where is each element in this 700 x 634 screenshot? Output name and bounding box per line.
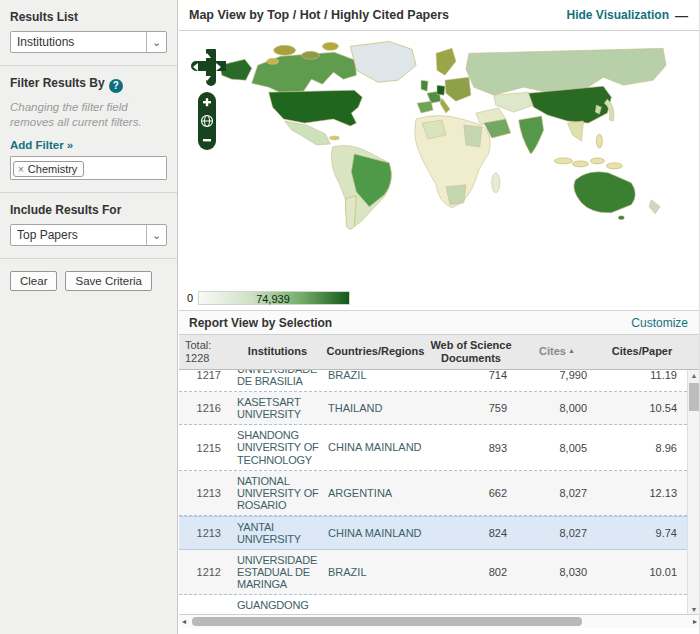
- world-choropleth-map[interactable]: [185, 35, 693, 243]
- column-wos-documents[interactable]: Web of Science Documents: [425, 339, 517, 365]
- rank-cell: 1213: [179, 487, 229, 499]
- country-cell: ARGENTINA: [326, 487, 425, 499]
- save-criteria-button[interactable]: Save Criteria: [65, 271, 151, 291]
- clear-button[interactable]: Clear: [10, 271, 57, 291]
- country-cell: CHINA MAINLAND: [326, 441, 425, 453]
- chevron-down-icon: ⌄: [146, 32, 166, 52]
- include-results-section: Include Results For Top Papers ⌄: [0, 193, 177, 259]
- legend-gradient-bar: 74,939: [198, 291, 350, 305]
- filter-section: Filter Results By? Changing the filter f…: [0, 66, 177, 193]
- scroll-up-icon[interactable]: ▲: [688, 372, 700, 379]
- table-body-viewport: 1217 UNIVERSIDADE DE BRASILIA BRAZIL 714…: [179, 370, 700, 615]
- country-cell: BRAZIL: [326, 566, 425, 578]
- institution-cell[interactable]: NATIONAL UNIVERSITY OF ROSARIO: [229, 473, 326, 513]
- report-view-title: Report View by Selection: [189, 316, 332, 330]
- table-row[interactable]: 1213 YANTAI UNIVERSITY CHINA MAINLAND 82…: [179, 516, 687, 550]
- table-row[interactable]: 1217 UNIVERSIDADE DE BRASILIA BRAZIL 714…: [179, 370, 687, 392]
- docs-cell: 824: [425, 527, 517, 539]
- results-list-select[interactable]: Institutions ⌄: [10, 31, 167, 53]
- table-row[interactable]: 1212 UNIVERSIDADE ESTADUAL DE MARINGA BR…: [179, 550, 687, 595]
- table-row[interactable]: 1213 NATIONAL UNIVERSITY OF ROSARIO ARGE…: [179, 471, 687, 516]
- hide-visualization-link[interactable]: Hide Visualization —: [567, 8, 688, 23]
- cpp-cell: 9.74: [597, 527, 687, 539]
- docs-cell: 893: [425, 442, 517, 454]
- scroll-left-icon[interactable]: ◂: [182, 615, 186, 628]
- institution-cell[interactable]: YANTAI UNIVERSITY: [229, 519, 326, 547]
- rank-cell: 1212: [179, 566, 229, 578]
- legend-max-value: 74,939: [256, 292, 290, 306]
- institution-cell[interactable]: UNIVERSIDADE DE BRASILIA: [229, 370, 326, 389]
- institution-cell[interactable]: GUANGDONG UNIVERSITY OF TECHNOLOGY: [229, 597, 326, 615]
- rank-cell: 1216: [179, 402, 229, 414]
- map-pan-control[interactable]: [188, 49, 226, 87]
- filter-note: Changing the filter field removes all cu…: [10, 100, 167, 131]
- scroll-right-icon[interactable]: ▸: [693, 615, 697, 628]
- esi-map-view-app: Results List Institutions ⌄ Filter Resul…: [0, 0, 700, 634]
- results-list-label: Results List: [10, 10, 167, 24]
- map-view-title: Map View by Top / Hot / Highly Cited Pap…: [189, 8, 449, 22]
- filter-tag-label: Chemistry: [28, 163, 78, 175]
- report-view-bar: Report View by Selection Customize: [179, 310, 700, 335]
- table-column-header: Total: 1228 Institutions Countries/Regio…: [179, 335, 700, 370]
- filter-tag-chemistry[interactable]: × Chemistry: [13, 161, 84, 177]
- rank-cell: 1215: [179, 442, 229, 454]
- cites-cell: 8,027: [517, 487, 597, 499]
- docs-cell: 714: [425, 370, 517, 381]
- results-list-value: Institutions: [11, 35, 146, 49]
- collapse-icon: —: [675, 8, 688, 23]
- table-row[interactable]: 1215 SHANDONG UNIVERSITY OF TECHNOLOGY C…: [179, 425, 687, 470]
- vertical-scroll-thumb[interactable]: [689, 383, 699, 411]
- remove-filter-icon[interactable]: ×: [18, 164, 24, 175]
- filter-box[interactable]: × Chemistry: [10, 156, 167, 181]
- docs-cell: 662: [425, 487, 517, 499]
- help-icon[interactable]: ?: [109, 79, 123, 93]
- chevron-down-icon: ⌄: [146, 225, 166, 245]
- institution-cell[interactable]: SHANDONG UNIVERSITY OF TECHNOLOGY: [229, 427, 326, 467]
- vertical-scrollbar[interactable]: ▲ ▼: [687, 370, 700, 615]
- add-filter-link[interactable]: Add Filter »: [10, 139, 167, 151]
- table-row[interactable]: 1216 KASETSART UNIVERSITY THAILAND 759 8…: [179, 392, 687, 425]
- cites-cell: 7,990: [517, 370, 597, 381]
- column-institutions[interactable]: Institutions: [229, 345, 326, 358]
- cites-cell: 8,000: [517, 402, 597, 414]
- cpp-cell: 8.96: [597, 442, 687, 454]
- sidebar: Results List Institutions ⌄ Filter Resul…: [0, 0, 178, 634]
- total-count: Total: 1228: [179, 339, 229, 365]
- country-cell: BRAZIL: [326, 370, 425, 381]
- country-cell: CHINA MAINLAND: [326, 527, 425, 539]
- results-list-section: Results List Institutions ⌄: [0, 0, 177, 66]
- column-cites-sorted[interactable]: Cites▲: [517, 345, 597, 358]
- institution-cell[interactable]: KASETSART UNIVERSITY: [229, 394, 326, 422]
- sidebar-buttons: Clear Save Criteria: [0, 259, 177, 303]
- cites-cell: 8,027: [517, 527, 597, 539]
- horizontal-scroll-thumb[interactable]: [192, 617, 582, 626]
- include-results-value: Top Papers: [11, 228, 146, 242]
- cites-cell: 8,030: [517, 566, 597, 578]
- legend-min-value: 0: [187, 292, 193, 304]
- docs-cell: 802: [425, 566, 517, 578]
- cpp-cell: 10.01: [597, 566, 687, 578]
- scroll-down-icon[interactable]: ▼: [688, 606, 700, 613]
- include-results-label: Include Results For: [10, 203, 167, 217]
- filter-label: Filter Results By?: [10, 76, 167, 93]
- map-area: 0 74,939: [179, 31, 700, 310]
- rank-cell: 1213: [179, 527, 229, 539]
- sort-ascending-icon: ▲: [568, 347, 575, 354]
- column-countries-regions[interactable]: Countries/Regions: [326, 345, 425, 358]
- horizontal-scrollbar[interactable]: ◂ ▸: [179, 615, 700, 628]
- docs-cell: 759: [425, 402, 517, 414]
- table-row[interactable]: 1211 GUANGDONG UNIVERSITY OF TECHNOLOGY …: [179, 595, 687, 615]
- institution-cell[interactable]: UNIVERSIDADE ESTADUAL DE MARINGA: [229, 552, 326, 592]
- map-zoom-control[interactable]: [197, 91, 217, 151]
- country-cell: THAILAND: [326, 402, 425, 414]
- include-results-select[interactable]: Top Papers ⌄: [10, 224, 167, 246]
- cites-cell: 8,005: [517, 442, 597, 454]
- customize-link[interactable]: Customize: [631, 316, 688, 330]
- map-legend: 0 74,939: [187, 291, 350, 305]
- zoom-out-icon: [203, 139, 211, 141]
- column-cites-per-paper[interactable]: Cites/Paper: [597, 345, 687, 358]
- cpp-cell: 10.54: [597, 402, 687, 414]
- visualization-header: Map View by Top / Hot / Highly Cited Pap…: [179, 0, 700, 31]
- report-table-body: 1217 UNIVERSIDADE DE BRASILIA BRAZIL 714…: [179, 370, 687, 615]
- cpp-cell: 11.19: [597, 370, 687, 381]
